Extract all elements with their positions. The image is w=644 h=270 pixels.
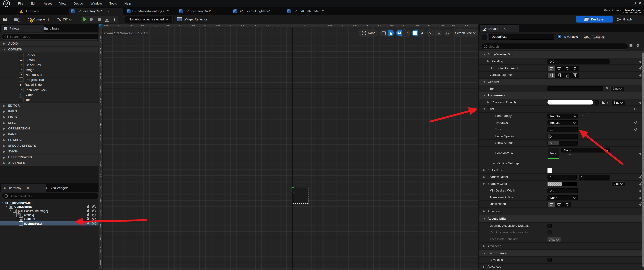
bind-diamond-icon[interactable]: ◆ [639, 203, 642, 206]
close-button[interactable]: ✕ [638, 0, 642, 6]
grid-snap-size[interactable]: 4 [419, 30, 425, 36]
lock-icon[interactable] [388, 30, 394, 36]
palette-item-border[interactable]: ▢Border [0, 52, 98, 58]
palette-category-synth[interactable]: ▶SYNTH [0, 148, 98, 154]
font-family-dropdown[interactable]: Roboto [548, 113, 578, 118]
compile-options-icon[interactable]: ⋮ [47, 17, 50, 21]
compile-button[interactable]: ? Compile ⋮ [28, 15, 50, 24]
palette-item-slider[interactable]: ┼Slider [0, 92, 98, 97]
designer-canvas[interactable]: 7507006506005505004504003503002502001501… [98, 24, 478, 270]
section-slot[interactable]: ▼Slot (Overlay Slot) [479, 51, 644, 58]
bind-diamond-icon[interactable]: ◆ [639, 60, 642, 63]
designer-mode-button[interactable]: Designer [576, 16, 613, 22]
tab-bp-masterinventorygrid[interactable]: BP_MasterInventoryGrid* [124, 8, 171, 15]
strike-brush-swatch[interactable] [548, 168, 552, 173]
preview-background-button[interactable] [435, 29, 442, 37]
menu-edit[interactable]: Edit [28, 0, 40, 7]
panel-close-icon[interactable]: ✕ [27, 186, 29, 190]
section-performance[interactable]: ▼Performance [479, 249, 644, 256]
padding-input[interactable]: 0.0 [548, 59, 610, 64]
palette-item-text[interactable]: TText [0, 97, 98, 102]
row-accessibility-advanced[interactable]: ▶Advanced [479, 242, 644, 249]
palette-item-button[interactable]: ▬Button [0, 58, 98, 63]
screen-size-dropdown[interactable]: Screen Size [453, 29, 478, 37]
menu-debug[interactable]: Debug [70, 0, 86, 7]
menu-help[interactable]: Help [121, 0, 134, 7]
letter-spacing-input[interactable]: 0 [548, 134, 578, 139]
tree-row-cellbackroundimage[interactable]: ▼▢ [CellBackroundImage] [0, 209, 98, 213]
shadow-offset-y-input[interactable]: 1.0 [579, 175, 610, 179]
menu-view[interactable]: View [56, 0, 70, 7]
valign-center-button[interactable] [556, 73, 563, 78]
palette-item-progressbar[interactable]: ▭Progress Bar [0, 77, 98, 82]
frame-skip-button[interactable] [91, 18, 94, 21]
tree-row-debugtext-selected[interactable]: T [DebugText] "" [0, 221, 98, 226]
text-value-input[interactable] [548, 86, 603, 91]
tab-bind-widgets[interactable]: ≡ Bind Widgets [43, 184, 71, 192]
stop-button[interactable] [98, 18, 101, 21]
tab-library[interactable]: Library [41, 25, 62, 32]
font-size-input[interactable]: 10 [548, 127, 578, 132]
menu-tools[interactable]: Tools [106, 0, 120, 7]
tree-row-overlay[interactable]: ▼❐ [Overlay] [0, 213, 98, 217]
text-bind-button[interactable]: Bind [610, 86, 624, 91]
halign-right-button[interactable] [564, 66, 571, 71]
palette-category-primitive[interactable]: ▶PRIMITIVE [0, 137, 98, 143]
justify-left-button[interactable] [548, 202, 555, 207]
lock-icon[interactable] [87, 223, 89, 224]
use-selected-asset-icon[interactable]: ↩ [580, 114, 583, 118]
palette-category-audio[interactable]: ▶AUDIO [0, 41, 98, 46]
palette-category-editor[interactable]: ▶EDITOR [0, 103, 98, 108]
visibility-icon[interactable] [92, 209, 96, 212]
valign-bottom-button[interactable] [564, 73, 571, 78]
bind-diamond-icon[interactable]: ◆ [639, 66, 642, 70]
bind-diamond-icon[interactable]: ◆ [639, 196, 642, 199]
halign-fill-button[interactable] [571, 66, 579, 71]
section-appearance[interactable]: ▼Appearance [479, 92, 644, 99]
shadow-offset-x-input[interactable]: 1.0 [548, 175, 577, 179]
menu-file[interactable]: File [15, 0, 26, 7]
debugtext-widget-outline[interactable] [291, 187, 294, 193]
palette-search-input[interactable]: Search Palette [2, 33, 99, 40]
tree-row-cellsizebox[interactable]: ▼▦ CellSizeBox [0, 205, 98, 209]
palette-item-checkbox[interactable]: ✓Check Box [0, 62, 98, 67]
lock-icon[interactable] [87, 218, 89, 220]
display-filter-icon[interactable]: ▦ [629, 43, 633, 47]
visibility-icon[interactable] [92, 205, 96, 208]
color-bind-button[interactable]: Bind [611, 100, 625, 105]
bind-diamond-icon[interactable]: ◆ [639, 189, 642, 193]
tab-palette[interactable]: Palette ✕ [1, 25, 44, 32]
settings-gear-icon[interactable]: ⚙ [636, 43, 640, 47]
palette-category-usercreated[interactable]: ▶USER CREATED [0, 154, 98, 160]
lock-icon[interactable] [87, 206, 89, 208]
shadow-color-alpha-swatch[interactable] [548, 182, 562, 186]
details-search-input[interactable]: Search [481, 43, 628, 50]
typeface-dropdown[interactable]: Regular [548, 120, 578, 125]
eject-button[interactable] [105, 18, 108, 20]
palette-item-namedslot[interactable]: ✱Named Slot [0, 72, 98, 77]
palette-item-richtextblock[interactable]: ‹›Rich Text Block [0, 87, 98, 92]
widget-name-input[interactable] [489, 33, 554, 40]
tab-hierarchy[interactable]: ≡ Hierarchy ✕ [1, 184, 46, 192]
play-options-icon[interactable]: ⋮ [113, 17, 116, 21]
parent-class-link[interactable]: User Widget [624, 8, 641, 12]
visibility-icon[interactable] [92, 214, 96, 217]
palette-category-common[interactable]: ▼COMMON [0, 46, 98, 52]
minimize-button[interactable]: – [626, 0, 631, 6]
row-outline-settings[interactable]: ▶Outline Settings [479, 160, 644, 166]
grid-snap-toggle[interactable]: 4 [412, 29, 426, 37]
override-accessible-checkbox[interactable] [548, 224, 552, 228]
color-swatch[interactable] [548, 100, 593, 105]
halign-center-button[interactable] [556, 66, 563, 71]
localization-preview-dropdown[interactable]: None [359, 29, 378, 37]
bind-diamond-icon[interactable]: ◆ [639, 182, 642, 186]
use-selected-asset-icon[interactable]: ↩ [562, 153, 565, 157]
is-variable-checkbox[interactable]: ✓ [557, 34, 561, 38]
palette-category-optimization[interactable]: ▶OPTIMIZATION [0, 126, 98, 131]
justify-right-button[interactable] [564, 202, 571, 207]
visibility-icon[interactable] [92, 222, 96, 225]
lock-icon[interactable] [87, 214, 89, 216]
lock-icon[interactable] [87, 210, 89, 212]
r-toggle[interactable]: R [404, 30, 410, 36]
save-button[interactable] [3, 15, 7, 24]
